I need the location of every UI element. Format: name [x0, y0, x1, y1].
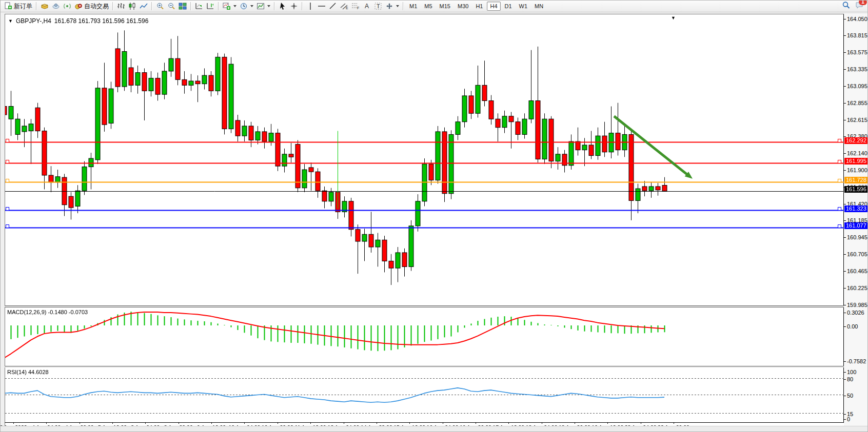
toolbar-group-zoom [154, 1, 188, 12]
add-indicator-button[interactable] [221, 1, 238, 11]
hline-handle[interactable] [838, 139, 841, 142]
new-order-label: 新订单 [14, 2, 32, 11]
price-canvas[interactable] [5, 14, 844, 306]
history-button[interactable] [39, 1, 50, 11]
tiles-icon [179, 2, 187, 10]
macd-canvas[interactable] [5, 307, 844, 366]
tiles-button[interactable] [177, 1, 188, 11]
timeframe-mn[interactable]: MN [531, 2, 546, 11]
macd-scale-label: 0.00 [847, 323, 858, 330]
axis-tick [844, 361, 846, 362]
date-tick [244, 422, 245, 424]
candles-button[interactable] [127, 1, 138, 11]
chevron-down-icon[interactable] [250, 5, 253, 7]
rsi-pane[interactable]: RSI(14) 44.6028 [5, 367, 844, 422]
timeframe-w1[interactable]: W1 [516, 2, 531, 11]
macd-pane[interactable]: MACD(12,26,9) -0.1480 -0.0703 [5, 307, 844, 367]
price-label: 162.855 [847, 100, 867, 106]
arrows-icon [385, 2, 393, 10]
hline-price-tag[interactable]: 161.077 [844, 222, 868, 229]
hline-handle[interactable] [838, 160, 841, 163]
autoscroll-button[interactable] [193, 1, 205, 11]
collapse-icon[interactable]: ▼ [8, 18, 13, 24]
chevron-down-icon[interactable] [396, 5, 399, 7]
terminal-window: 新订单自动交易EFATM1M5M15M30H1H4D1W1MN 1 ▼ GBPJ… [0, 0, 868, 432]
signal-button[interactable] [62, 1, 73, 11]
hline-handle[interactable] [6, 139, 9, 142]
signal-icon [63, 2, 71, 10]
price-label: 160.465 [847, 268, 867, 274]
chat-button[interactable]: 1 [855, 1, 863, 11]
toolbar-group-services: 自动交易 [39, 1, 110, 12]
hline-handle[interactable] [6, 207, 9, 211]
timeframe-h4[interactable]: H4 [487, 2, 500, 11]
cloud-icon [52, 2, 60, 10]
hline-handle[interactable] [6, 179, 9, 182]
chevron-down-icon[interactable] [233, 5, 236, 7]
rsi-scale-label: 100 [847, 369, 856, 375]
symbol-period: GBPJPY-,H4 [16, 17, 51, 25]
fibo-icon: F [351, 2, 360, 10]
text-button[interactable]: A [361, 1, 372, 11]
date-tick [211, 422, 212, 424]
date-tick [112, 422, 113, 424]
hline-handle[interactable] [838, 224, 841, 228]
hline-price-tag[interactable]: 161.728 [844, 177, 868, 183]
channel-button[interactable]: E [339, 1, 350, 11]
hline-price-tag[interactable]: 161.323 [844, 205, 868, 212]
axis-tick [844, 305, 846, 305]
cursor-button[interactable] [277, 1, 288, 11]
bars-button[interactable] [115, 1, 127, 11]
new-order-button[interactable]: 新订单 [3, 1, 34, 11]
zoom-out-button[interactable] [166, 1, 177, 11]
rsi-canvas[interactable] [5, 367, 844, 421]
axis-tick [844, 153, 846, 154]
trendline-button[interactable] [327, 1, 339, 11]
toolbar-separator [274, 2, 275, 10]
textlabel-button[interactable]: T [372, 1, 384, 11]
arrows-button[interactable] [384, 1, 401, 11]
axis-tick [844, 86, 846, 87]
date-tick [508, 422, 509, 424]
price-pane[interactable]: ▼ GBPJPY-,H4 161.678 161.793 161.596 161… [5, 14, 844, 306]
hline-handle[interactable] [838, 179, 841, 182]
price-label: 159.985 [847, 302, 867, 308]
linechart-button[interactable] [138, 1, 149, 11]
timeframe-d1[interactable]: D1 [502, 2, 515, 11]
horizontal-scrollbar[interactable] [1, 426, 868, 431]
hline-price-tag[interactable]: 161.596 [844, 186, 868, 193]
channel-icon: E [340, 2, 348, 10]
toolbar-separator [218, 2, 219, 10]
search-button[interactable] [842, 1, 850, 11]
hline-handle[interactable] [6, 224, 9, 228]
date-tick [575, 422, 575, 424]
axis-tick [844, 69, 846, 70]
date-tick [607, 422, 608, 424]
hline-price-tag[interactable]: 161.995 [844, 158, 868, 164]
autotrade-button[interactable]: 自动交易 [73, 1, 110, 11]
cloud-button[interactable] [50, 1, 62, 11]
template-button[interactable] [255, 1, 272, 11]
macd-scale-label: 0.3026 [847, 310, 864, 316]
autotrade-icon [74, 2, 83, 10]
chevron-down-icon[interactable] [267, 5, 270, 7]
zoom-in-button[interactable] [154, 1, 166, 11]
shift-button[interactable] [205, 1, 216, 11]
fibo-button[interactable]: F [350, 1, 361, 11]
timeframe-m30[interactable]: M30 [455, 2, 471, 11]
hline-button[interactable] [316, 1, 327, 11]
timeframe-h1[interactable]: H1 [472, 2, 486, 11]
vline-button[interactable] [305, 1, 316, 11]
svg-text:F: F [357, 6, 359, 10]
hline-handle[interactable] [6, 160, 9, 163]
crosshair-button[interactable] [288, 1, 300, 11]
timeframe-m1[interactable]: M1 [406, 2, 420, 11]
hline-handle[interactable] [838, 207, 841, 211]
toolbar-separator [302, 2, 303, 10]
timeframe-m5[interactable]: M5 [421, 2, 435, 11]
axis-tick [844, 170, 846, 171]
hline-price-tag[interactable]: 162.292 [844, 137, 868, 144]
chart-title: ▼ GBPJPY-,H4 161.678 161.793 161.596 161… [8, 17, 148, 25]
period-button[interactable] [238, 1, 255, 11]
timeframe-m15[interactable]: M15 [437, 2, 453, 11]
